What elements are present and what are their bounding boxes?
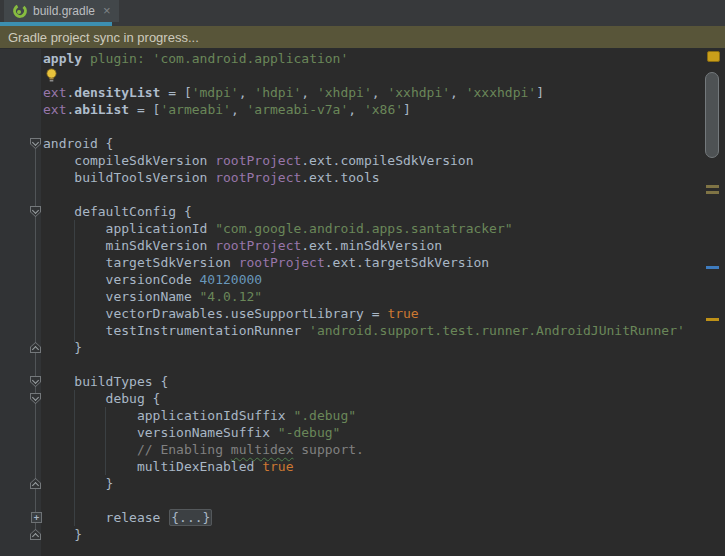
code-line: vectorDrawables.useSupportLibrary = true (43, 305, 685, 322)
code-token: 'com.android.application' (153, 51, 349, 66)
code-token: defaultConfig { (43, 204, 192, 219)
fold-marker-end-icon[interactable] (30, 478, 41, 489)
editor-gutter: + (0, 49, 41, 556)
code-token: .ext.tools (301, 170, 379, 185)
code-line: // Enabling multidex support. (43, 441, 685, 458)
code-line: ext.abiList = ['armeabi', 'armeabi-v7a',… (43, 101, 685, 118)
code-line: defaultConfig { (43, 203, 685, 220)
code-line: multiDexEnabled true (43, 458, 685, 475)
code-token: 'x86' (364, 102, 403, 117)
fold-marker-end-icon[interactable] (30, 529, 41, 540)
code-token: ".debug" (293, 408, 356, 423)
fold-marker-open-icon[interactable] (30, 138, 41, 149)
inspection-status-indicator[interactable] (707, 51, 720, 62)
code-line: targetSdkVersion rootProject.ext.targetS… (43, 254, 685, 271)
code-token: versionNameSuffix (43, 425, 278, 440)
code-token: , (239, 85, 255, 100)
fold-marker-open-icon[interactable] (30, 393, 41, 404)
code-token: 'hdpi' (254, 85, 301, 100)
code-token: } (43, 340, 82, 355)
code-line (43, 186, 685, 203)
code-line: android { (43, 135, 685, 152)
code-token: plugin: (90, 51, 145, 66)
code-token: 40120000 (200, 272, 263, 287)
code-token: "com.google.android.apps.santatracker" (215, 221, 512, 236)
code-token: applicationId (43, 221, 215, 236)
code-token: 'armeabi-v7a' (247, 102, 349, 117)
gradle-icon (12, 3, 28, 19)
code-token: = [ (129, 102, 160, 117)
code-token: support. (293, 442, 363, 457)
code-token: , (450, 85, 466, 100)
code-token: multiDexEnabled (43, 459, 262, 474)
error-stripe-mark-warning[interactable] (706, 185, 719, 188)
code-token: rootProject (215, 153, 301, 168)
code-token: 'armeabi' (160, 102, 230, 117)
code-token: , (348, 102, 364, 117)
code-token: , (372, 85, 388, 100)
code-line: versionName "4.0.12" (43, 288, 685, 305)
code-line: } (43, 526, 685, 543)
code-token: 'xxhdpi' (387, 85, 450, 100)
fold-marker-open-icon[interactable] (30, 206, 41, 217)
code-token: , (231, 102, 247, 117)
tab-close-icon[interactable]: × (103, 5, 111, 17)
code-token: targetSdkVersion (43, 255, 239, 270)
code-line (43, 356, 685, 373)
code-line: testInstrumentationRunner 'android.suppo… (43, 322, 685, 339)
code-token: abiList (74, 102, 129, 117)
code-token: } (43, 476, 113, 491)
gradle-sync-banner: Gradle project sync in progress... (0, 26, 725, 49)
code-token: testInstrumentationRunner (43, 323, 309, 338)
code-token: true (387, 306, 418, 321)
code-token: 'xhdpi' (317, 85, 372, 100)
code-line: ext.densityList = ['mdpi', 'hdpi', 'xhdp… (43, 84, 685, 101)
code-line: buildTypes { (43, 373, 685, 390)
code-area[interactable]: apply plugin: 'com.android.application'e… (43, 50, 685, 543)
code-token: android { (43, 136, 113, 151)
code-token (82, 51, 90, 66)
code-line: } (43, 475, 685, 492)
scrollbar-thumb[interactable] (705, 72, 719, 158)
code-token: 'android.support.test.runner.AndroidJUni… (309, 323, 685, 338)
intention-bulb-icon[interactable] (45, 68, 58, 83)
code-token: 'mdpi' (192, 85, 239, 100)
code-line: apply plugin: 'com.android.application' (43, 50, 685, 67)
folded-code-region[interactable]: {...} (169, 509, 212, 526)
code-line: debug { (43, 390, 685, 407)
code-token: } (43, 527, 82, 542)
code-token: apply (43, 51, 82, 66)
error-stripe-mark-warning[interactable] (706, 191, 719, 194)
code-line (43, 492, 685, 509)
code-line: compileSdkVersion rootProject.ext.compil… (43, 152, 685, 169)
code-editor[interactable]: + apply plugin: 'com.android.application… (0, 49, 725, 556)
code-line: applicationId "com.google.android.apps.s… (43, 220, 685, 237)
fold-marker-end-icon[interactable] (30, 342, 41, 353)
code-token: versionCode (43, 272, 200, 287)
code-token: .ext.compileSdkVersion (301, 153, 473, 168)
code-token: true (262, 459, 293, 474)
code-token: ] (536, 85, 544, 100)
code-token: buildToolsVersion (43, 170, 215, 185)
code-token: .ext.minSdkVersion (301, 238, 442, 253)
code-token: rootProject (215, 238, 301, 253)
code-line (43, 67, 685, 84)
code-token: versionName (43, 289, 200, 304)
code-line: release {...} (43, 509, 685, 526)
code-line: versionNameSuffix "-debug" (43, 424, 685, 441)
error-stripe-mark-info[interactable] (706, 266, 719, 269)
code-line: applicationIdSuffix ".debug" (43, 407, 685, 424)
code-line (43, 118, 685, 135)
code-token: // Enabling (137, 442, 231, 457)
fold-marker-collapsed-icon[interactable]: + (31, 512, 42, 523)
editor-tab-bar: build.gradle × (0, 0, 725, 26)
code-token: compileSdkVersion (43, 153, 215, 168)
tab-build-gradle[interactable]: build.gradle × (4, 0, 119, 22)
code-line: } (43, 339, 685, 356)
code-token (145, 51, 153, 66)
code-token: rootProject (215, 170, 301, 185)
fold-marker-open-icon[interactable] (30, 376, 41, 387)
tab-label: build.gradle (33, 4, 95, 18)
code-token: "-debug" (278, 425, 341, 440)
error-stripe-mark-warning[interactable] (706, 318, 719, 321)
